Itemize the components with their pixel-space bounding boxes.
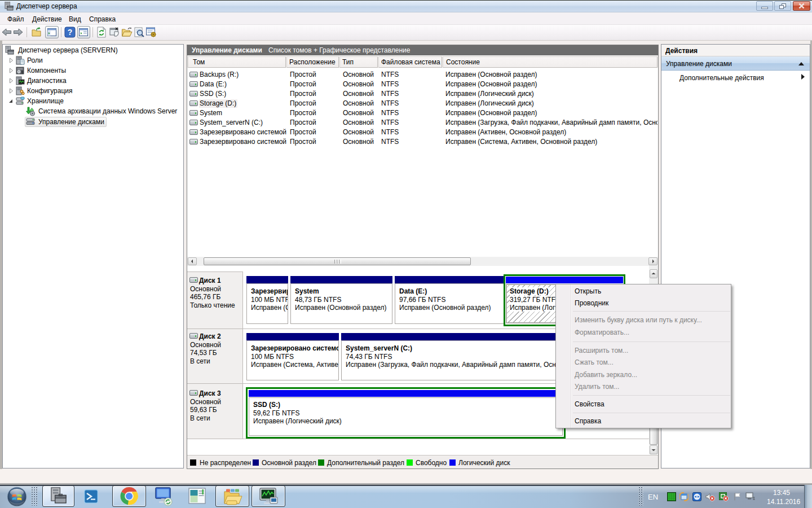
svg-text:?: ? bbox=[68, 28, 73, 37]
